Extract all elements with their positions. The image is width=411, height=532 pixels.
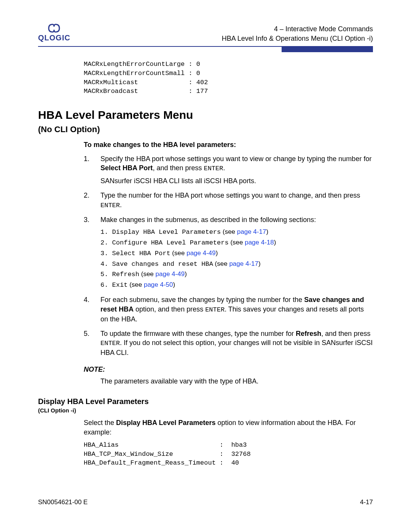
- subsection-para: Select the Display HBA Level Parameters …: [84, 418, 373, 437]
- qlogic-icon: [45, 23, 63, 34]
- page-link[interactable]: page 4-50: [144, 281, 173, 288]
- step-1: Specify the HBA port whose settings you …: [84, 154, 373, 186]
- cli-option: (CLI Option -i): [38, 407, 373, 414]
- page-header: QLOGIC 4 – Interactive Mode Commands HBA…: [38, 23, 373, 43]
- footer-left: SN0054621-00 E: [38, 498, 88, 507]
- page-link[interactable]: page 4-49: [156, 270, 185, 278]
- hba-example-block: HBA_Alias : hba3 HBA_TCP_Max_Window_Size…: [84, 441, 373, 468]
- submenu-item: 6. Exit (see page 4-50): [100, 281, 373, 290]
- header-right: 4 – Interactive Mode Commands HBA Level …: [222, 24, 373, 43]
- header-chapter: 4 – Interactive Mode Commands: [222, 24, 373, 34]
- step-5: To update the firmware with these change…: [84, 329, 373, 358]
- submenu-item: 3. Select HBA Port (see page 4-49): [100, 249, 373, 258]
- page-link[interactable]: page 4-49: [186, 249, 216, 257]
- logo: QLOGIC: [38, 23, 70, 43]
- note-label: NOTE:: [84, 365, 373, 374]
- submenu-item: 4. Save changes and reset HBA (see page …: [100, 260, 373, 269]
- section-subtitle: (No CLI Option): [38, 124, 373, 135]
- submenu-list: 1. Display HBA Level Parameters (see pag…: [100, 228, 373, 290]
- submenu-item: 5. Refresh (see page 4-49): [100, 270, 373, 279]
- subsection-title: Display HBA Level Parameters: [38, 396, 373, 407]
- submenu-item: 1. Display HBA Level Parameters (see pag…: [100, 228, 373, 237]
- logo-text: QLOGIC: [38, 33, 70, 43]
- steps-list: Specify the HBA port whose settings you …: [84, 154, 373, 358]
- submenu-item: 2. Configure HBA Level Parameters (see p…: [100, 238, 373, 248]
- page-link[interactable]: page 4-17: [237, 228, 266, 235]
- header-section: HBA Level Info & Operations Menu (CLI Op…: [222, 34, 373, 43]
- step-2: Type the number for the HBA port whose s…: [84, 191, 373, 210]
- mac-counter-block: MACRxLengthErrorCountLarge : 0 MACRxLeng…: [84, 60, 373, 96]
- note-text: The parameters available vary with the t…: [84, 377, 373, 386]
- page-link[interactable]: page 4-18: [245, 239, 274, 246]
- step-4: For each submenu, save the changes by ty…: [84, 295, 373, 324]
- footer-right: 4-17: [360, 498, 373, 507]
- header-rule: [38, 46, 373, 52]
- page-footer: SN0054621-00 E 4-17: [38, 498, 373, 507]
- intro-text: To make changes to the HBA level paramet…: [84, 140, 373, 149]
- step-3: Make changes in the submenus, as describ…: [84, 215, 373, 290]
- content: MACRxLengthErrorCountLarge : 0 MACRxLeng…: [38, 60, 373, 468]
- page-link[interactable]: page 4-17: [229, 260, 258, 267]
- section-title: HBA Level Parameters Menu: [38, 107, 373, 123]
